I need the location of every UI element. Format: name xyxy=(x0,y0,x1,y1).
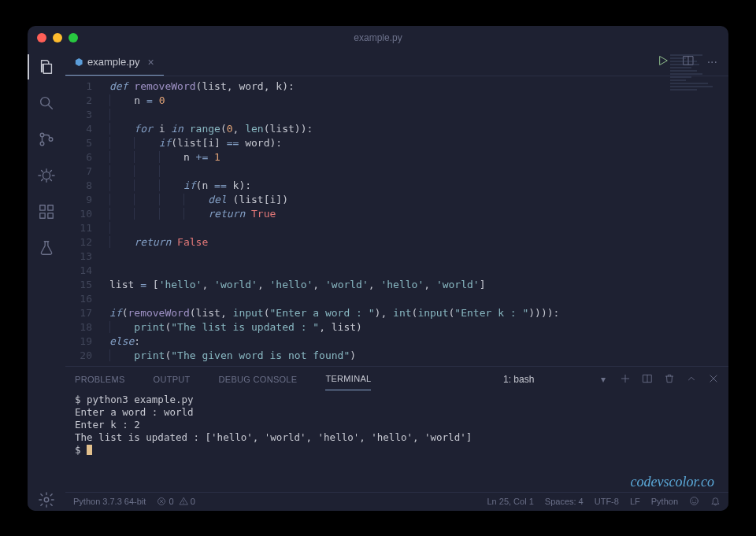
status-problems[interactable]: 0 0 xyxy=(157,497,195,506)
settings-gear-icon[interactable] xyxy=(35,489,57,511)
tab-example-py[interactable]: ⬢ example.py × xyxy=(65,50,164,76)
editor-tabs: ⬢ example.py × ··· xyxy=(65,50,728,76)
python-file-icon: ⬢ xyxy=(75,57,83,68)
panel-tab-output[interactable]: OUTPUT xyxy=(154,368,191,390)
source-control-icon[interactable] xyxy=(35,128,57,150)
status-cursor[interactable]: Ln 25, Col 1 xyxy=(487,497,533,506)
split-terminal-icon[interactable] xyxy=(642,373,653,386)
close-panel-icon[interactable] xyxy=(708,373,719,386)
svg-rect-6 xyxy=(40,213,45,217)
status-spaces[interactable]: Spaces: 4 xyxy=(545,497,584,506)
run-icon[interactable] xyxy=(657,54,669,70)
beaker-icon[interactable] xyxy=(35,237,57,259)
zoom-window-button[interactable] xyxy=(69,33,78,43)
debug-icon[interactable] xyxy=(35,164,57,187)
svg-point-0 xyxy=(41,97,50,105)
search-icon[interactable] xyxy=(35,92,57,114)
tab-label: example.py xyxy=(87,56,139,68)
new-terminal-icon[interactable] xyxy=(620,373,631,386)
maximize-panel-icon[interactable] xyxy=(686,373,697,386)
tab-close-icon[interactable]: × xyxy=(147,56,154,68)
kill-terminal-icon[interactable] xyxy=(664,373,675,386)
traffic-lights xyxy=(37,33,78,43)
activity-bar xyxy=(28,50,65,511)
panel-tab-problems[interactable]: PROBLEMS xyxy=(75,368,125,390)
panel-tab-debug-console[interactable]: DEBUG CONSOLE xyxy=(219,368,298,390)
svg-point-9 xyxy=(44,497,49,502)
line-number-gutter: 1234567891011121314151617181920 xyxy=(65,76,103,366)
split-editor-icon[interactable] xyxy=(682,54,695,70)
svg-point-4 xyxy=(43,172,50,179)
status-language[interactable]: Python xyxy=(651,497,678,506)
tab-actions: ··· xyxy=(646,50,728,76)
terminal-output[interactable]: $ python3 example.pyEnter a word : world… xyxy=(65,392,728,492)
status-eol[interactable]: LF xyxy=(630,497,640,506)
explorer-icon[interactable] xyxy=(35,56,57,78)
main-area: ⬢ example.py × ··· 123456789101112131415… xyxy=(65,50,728,511)
watermark: codevscolor.co xyxy=(631,474,714,490)
notifications-icon[interactable] xyxy=(710,496,721,508)
svg-point-13 xyxy=(691,497,699,505)
code-editor[interactable]: 1234567891011121314151617181920 def remo… xyxy=(65,76,728,366)
terminal-selector[interactable]: 1: bash xyxy=(498,372,609,386)
close-window-button[interactable] xyxy=(37,33,46,43)
titlebar: example.py xyxy=(28,26,728,50)
minimize-window-button[interactable] xyxy=(53,33,62,43)
status-bar: Python 3.7.3 64-bit 0 0 Ln 25, Col 1 Spa… xyxy=(65,492,728,511)
panel-tab-terminal[interactable]: TERMINAL xyxy=(325,368,371,390)
feedback-icon[interactable] xyxy=(689,496,699,508)
code-content[interactable]: def removeWord(list, word, k): n = 0 for… xyxy=(103,76,728,366)
status-python[interactable]: Python 3.7.3 64-bit xyxy=(73,497,146,506)
window-title: example.py xyxy=(28,32,728,43)
editor-window: example.py xyxy=(28,26,728,511)
extensions-icon[interactable] xyxy=(35,201,57,223)
more-actions-icon[interactable]: ··· xyxy=(707,55,717,69)
svg-rect-5 xyxy=(40,205,45,209)
bottom-panel: PROBLEMSOUTPUTDEBUG CONSOLETERMINAL 1: b… xyxy=(65,366,728,492)
panel-tabs: PROBLEMSOUTPUTDEBUG CONSOLETERMINAL 1: b… xyxy=(65,367,728,392)
status-encoding[interactable]: UTF-8 xyxy=(595,497,619,506)
svg-rect-7 xyxy=(48,213,53,217)
svg-rect-8 xyxy=(48,205,53,209)
